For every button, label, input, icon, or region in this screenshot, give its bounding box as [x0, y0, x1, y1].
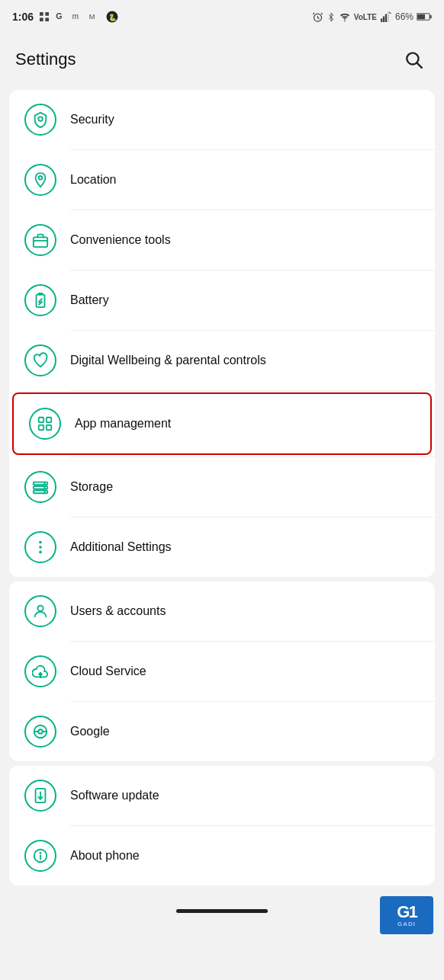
- wellbeing-label: Digital Wellbeing & parental controls: [70, 354, 266, 367]
- svg-point-21: [38, 117, 43, 121]
- status-time: 1:06: [12, 11, 34, 23]
- svg-rect-11: [381, 18, 382, 22]
- shield-icon: [32, 111, 49, 128]
- security-label: Security: [70, 113, 114, 127]
- svg-rect-29: [39, 418, 43, 422]
- svg-point-36: [44, 483, 45, 484]
- svg-rect-30: [47, 418, 51, 422]
- heart-icon: [32, 352, 49, 369]
- settings-item-security[interactable]: Security: [9, 90, 435, 149]
- wellbeing-icon-circle: [24, 344, 56, 376]
- svg-rect-1: [45, 12, 49, 16]
- settings-item-cloud[interactable]: Cloud Service: [9, 642, 435, 701]
- svg-text:m: m: [72, 12, 79, 21]
- svg-rect-0: [40, 12, 43, 16]
- page-header: Settings: [0, 34, 444, 85]
- storage-label: Storage: [70, 480, 113, 494]
- additional-label: Additional Settings: [70, 540, 172, 554]
- settings-item-battery[interactable]: Battery: [9, 271, 435, 330]
- convenience-icon-circle: [24, 224, 56, 256]
- g-icon: G: [55, 11, 67, 23]
- bluetooth-icon: [327, 11, 336, 23]
- search-button[interactable]: [398, 44, 429, 75]
- users-icon-circle: [24, 595, 56, 627]
- settings-item-convenience[interactable]: Convenience tools: [9, 210, 435, 270]
- security-icon-circle: [24, 104, 56, 136]
- svg-point-42: [37, 606, 43, 611]
- about-phone-label: About phone: [70, 849, 140, 863]
- settings-group-2: Users & accounts Cloud Service Google: [9, 581, 435, 761]
- svg-rect-14: [388, 12, 389, 22]
- svg-text:M: M: [89, 13, 95, 21]
- settings-item-users[interactable]: Users & accounts: [9, 581, 435, 641]
- storage-icon: [32, 479, 49, 495]
- alarm-icon: [312, 11, 323, 23]
- cloud-icon-circle: [24, 655, 56, 687]
- svg-rect-31: [39, 425, 43, 430]
- svg-point-40: [39, 546, 42, 549]
- cloud-icon: [32, 663, 49, 680]
- svg-rect-3: [45, 18, 49, 21]
- watermark-logo: G1: [397, 904, 416, 921]
- svg-point-22: [39, 176, 43, 180]
- apps-icon-circle: [29, 408, 61, 440]
- settings-item-google[interactable]: Google: [9, 702, 435, 761]
- location-icon: [32, 171, 49, 188]
- storage-icon-circle: [24, 471, 56, 503]
- svg-point-38: [44, 492, 45, 492]
- svg-rect-13: [385, 14, 387, 23]
- software-update-label: Software update: [70, 789, 159, 802]
- signal-icon: [380, 11, 392, 22]
- status-right: VoLTE 66%: [312, 11, 432, 23]
- additional-icon-circle: [24, 531, 56, 563]
- settings-item-app-management[interactable]: App management: [12, 392, 432, 455]
- svg-rect-18: [430, 15, 432, 18]
- battery-icon-circle: [24, 284, 56, 316]
- settings-item-additional[interactable]: Additional Settings: [9, 517, 435, 577]
- info-icon: [32, 847, 49, 864]
- search-icon: [404, 50, 423, 69]
- settings-group-3: Software update About phone: [9, 766, 435, 886]
- settings-item-location[interactable]: Location: [9, 150, 435, 210]
- google-label: Google: [70, 725, 110, 738]
- status-left: 1:06 G m M 🐍: [12, 10, 119, 24]
- svg-point-10: [344, 20, 346, 21]
- google-icon-circle: [24, 716, 56, 748]
- watermark-sub: GADI: [397, 921, 416, 927]
- settings-item-storage[interactable]: Storage: [9, 457, 435, 517]
- settings-item-about-phone[interactable]: About phone: [9, 826, 435, 886]
- apps-icon: [37, 415, 53, 432]
- mail-icon: M: [88, 11, 101, 23]
- users-label: Users & accounts: [70, 604, 166, 618]
- cloud-label: Cloud Service: [70, 665, 146, 678]
- google-icon: [32, 723, 49, 740]
- svg-rect-12: [383, 16, 384, 22]
- page-title: Settings: [15, 50, 76, 69]
- settings-item-software-update[interactable]: Software update: [9, 766, 435, 825]
- convenience-label: Convenience tools: [70, 233, 171, 247]
- battery-icon: [417, 12, 432, 21]
- status-bar: 1:06 G m M 🐍 VoLTE 66%: [0, 0, 444, 34]
- app-management-label: App management: [75, 417, 171, 431]
- watermark: G1 GADI: [380, 896, 433, 934]
- svg-point-41: [39, 551, 42, 554]
- settings-item-wellbeing[interactable]: Digital Wellbeing & parental controls: [9, 331, 435, 390]
- svg-rect-2: [40, 18, 43, 21]
- location-icon-circle: [24, 164, 56, 196]
- update-icon-circle: [24, 780, 56, 812]
- svg-rect-23: [34, 237, 47, 247]
- more-dots-icon: [32, 539, 49, 556]
- divider: [70, 390, 435, 391]
- location-label: Location: [70, 173, 117, 187]
- svg-point-45: [38, 729, 43, 734]
- grid-icon: [38, 11, 50, 23]
- user-icon: [32, 603, 49, 620]
- svg-point-39: [39, 541, 42, 544]
- svg-line-15: [389, 12, 391, 14]
- svg-text:🐍: 🐍: [108, 13, 117, 22]
- settings-group-1: Security Location Convenience tools: [9, 90, 435, 577]
- nav-bar: [0, 890, 444, 921]
- m-icon: m: [72, 11, 84, 23]
- snake-icon: 🐍: [105, 10, 119, 24]
- svg-text:G: G: [56, 11, 62, 21]
